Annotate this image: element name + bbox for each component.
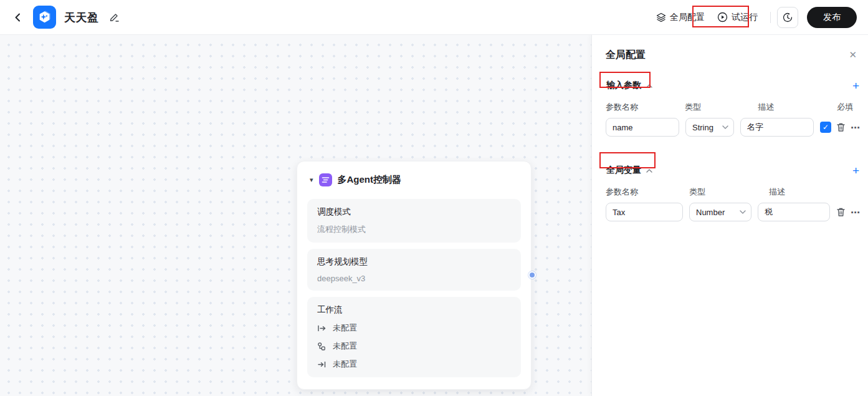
test-run-label: 试运行 — [732, 12, 758, 23]
chevron-up-icon — [646, 169, 652, 173]
workflow-end-item[interactable]: 未配置 — [317, 359, 511, 370]
field-label: 思考规划模型 — [317, 256, 511, 268]
var-desc-input[interactable] — [758, 203, 830, 221]
flow-branch-icon — [317, 342, 327, 351]
param-desc-input[interactable] — [740, 118, 814, 137]
multi-agent-controller-node[interactable]: ▾ 多Agent控制器 调度模式 流程控制模式 思考规划模 — [297, 161, 532, 390]
topbar-left: 天天盈 — [11, 6, 121, 29]
input-param-row: String ✓ — [606, 118, 862, 137]
global-config-panel: 全局配置 ✕ 输入参数 + 参数名称 类型 描述 必填 — [591, 35, 868, 396]
param-name-input[interactable] — [606, 118, 679, 137]
global-var-row: Number — [606, 203, 862, 221]
var-type-value: Number — [696, 208, 725, 217]
edit-pencil-icon — [109, 12, 120, 22]
workflow-label: 工作流 — [317, 304, 511, 316]
node-header: ▾ 多Agent控制器 — [297, 162, 531, 193]
more-options-button[interactable]: ⋯ — [851, 208, 861, 217]
chevron-down-icon — [740, 210, 746, 214]
delete-row-button[interactable] — [836, 122, 846, 132]
node-field-workflow[interactable]: 工作流 未配置 — [307, 297, 521, 377]
workflow-canvas[interactable]: ▾ 多Agent控制器 调度模式 流程控制模式 思考规划模 — [0, 35, 591, 396]
rename-button[interactable] — [108, 11, 121, 24]
column-header: 参数名称 — [606, 102, 679, 113]
input-params-section-header: 输入参数 + — [606, 78, 862, 93]
play-circle-icon — [717, 12, 728, 22]
trash-icon — [836, 122, 846, 132]
workflow-item-text: 未配置 — [333, 340, 357, 352]
back-button[interactable] — [11, 11, 25, 24]
global-vars-toggle[interactable]: 全局变量 — [606, 163, 656, 178]
field-value: 流程控制模式 — [317, 224, 511, 235]
topbar-divider — [770, 12, 771, 23]
row-controls: ⋯ — [836, 207, 862, 217]
trash-icon — [836, 207, 846, 217]
delete-row-button[interactable] — [836, 207, 846, 217]
column-header: 必填 — [837, 102, 862, 113]
publish-button[interactable]: 发布 — [807, 7, 857, 28]
node-field-planning-model[interactable]: 思考规划模型 deepseek_v3 — [307, 249, 521, 291]
main-area: ▾ 多Agent控制器 调度模式 流程控制模式 思考规划模 — [0, 35, 868, 396]
chevron-down-icon — [722, 125, 728, 129]
workflow-branch-item[interactable]: 未配置 — [317, 340, 511, 352]
app-window: 天天盈 全局配置 — [0, 0, 868, 396]
add-input-param-button[interactable]: + — [852, 80, 859, 92]
workflow-item-text: 未配置 — [333, 322, 357, 334]
column-header: 描述 — [758, 102, 831, 113]
required-checkbox[interactable]: ✓ — [820, 122, 831, 133]
flow-start-icon — [317, 324, 327, 333]
back-chevron-icon — [12, 12, 24, 23]
panel-title: 全局配置 — [606, 49, 646, 62]
collapse-triangle-icon[interactable]: ▾ — [310, 176, 313, 183]
node-title: 多Agent控制器 — [338, 174, 402, 186]
version-history-button[interactable] — [777, 7, 798, 28]
input-params-title: 输入参数 — [606, 80, 641, 91]
topbar-right: 全局配置 试运行 发布 — [650, 7, 857, 28]
param-type-value: String — [692, 123, 713, 132]
history-clock-icon — [782, 12, 793, 23]
chevron-up-icon — [646, 84, 652, 88]
layers-icon — [656, 12, 666, 22]
row-controls: ✓ ⋯ — [820, 122, 862, 133]
workflow-start-item[interactable]: 未配置 — [317, 322, 511, 334]
flow-end-icon — [317, 360, 327, 369]
agent-controller-icon — [319, 173, 332, 186]
param-type-select[interactable]: String — [685, 118, 734, 137]
column-header: 类型 — [685, 102, 751, 113]
field-value: deepseek_v3 — [317, 274, 511, 283]
field-label: 调度模式 — [317, 206, 511, 218]
global-vars-title: 全局变量 — [606, 165, 641, 176]
var-name-input[interactable] — [606, 203, 683, 221]
column-header: 类型 — [689, 186, 763, 198]
node-field-dispatch-mode[interactable]: 调度模式 流程控制模式 — [307, 199, 521, 243]
app-logo — [33, 6, 56, 29]
input-params-toggle[interactable]: 输入参数 — [606, 78, 656, 93]
app-logo-icon — [37, 9, 52, 25]
global-config-label: 全局配置 — [670, 12, 705, 23]
close-icon[interactable]: ✕ — [847, 49, 858, 60]
page-title: 天天盈 — [64, 10, 99, 25]
more-options-button[interactable]: ⋯ — [851, 123, 861, 132]
node-output-port[interactable] — [528, 271, 536, 279]
add-global-var-button[interactable]: + — [852, 165, 859, 176]
var-type-select[interactable]: Number — [689, 203, 751, 221]
column-header: 参数名称 — [606, 186, 683, 198]
input-params-column-headers: 参数名称 类型 描述 必填 — [606, 102, 862, 113]
test-run-button[interactable]: 试运行 — [711, 7, 764, 27]
global-vars-section-header: 全局变量 + — [606, 163, 862, 178]
panel-header: 全局配置 ✕ — [606, 49, 862, 62]
workflow-item-text: 未配置 — [333, 359, 357, 370]
top-bar: 天天盈 全局配置 — [0, 0, 868, 35]
global-config-button[interactable]: 全局配置 — [650, 7, 711, 27]
column-header: 描述 — [769, 186, 841, 198]
global-vars-column-headers: 参数名称 类型 描述 — [606, 186, 862, 198]
